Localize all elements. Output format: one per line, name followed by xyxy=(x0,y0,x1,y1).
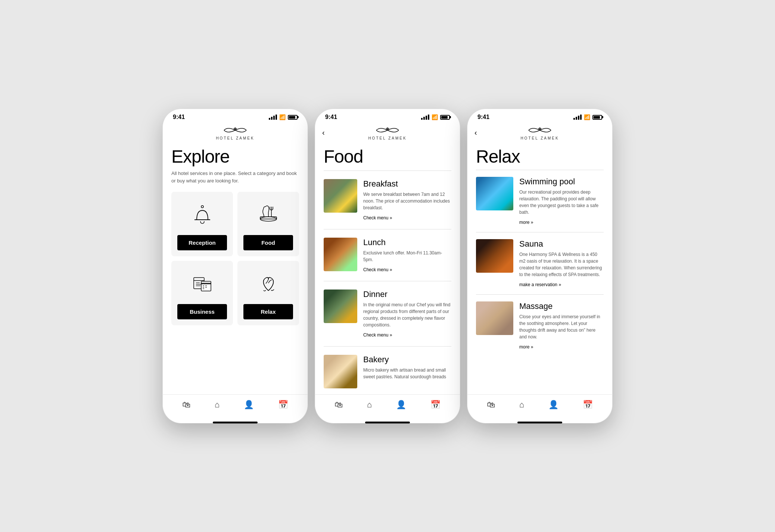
nav-calendar-1[interactable]: 📅 xyxy=(274,398,292,411)
sauna-image xyxy=(476,239,513,273)
home-bar-2 xyxy=(365,422,410,423)
status-icons-1: 📶 xyxy=(269,114,298,120)
page-title-3: Relax xyxy=(476,146,604,167)
hotel-name-1: HOTEL ZAMEK xyxy=(216,136,254,140)
relax-icon xyxy=(253,268,283,298)
bottom-nav-2: 🛍 ⌂ 👤 📅 xyxy=(315,394,460,419)
nav-user-1[interactable]: 👤 xyxy=(240,398,258,411)
phone-explore: 9:41 📶 HOTEL ZAMEK E xyxy=(162,109,308,423)
pool-title: Swimming pool xyxy=(519,177,604,187)
food-button[interactable]: Food xyxy=(243,235,293,250)
dinner-link[interactable]: Check menu xyxy=(363,332,392,338)
food-item-breakfast: Breakfast We serve breakfast between 7am… xyxy=(324,175,451,225)
svg-rect-10 xyxy=(201,281,211,291)
relax-item-pool: Swimming pool Our recreational pool prov… xyxy=(476,172,604,231)
nav-home-2[interactable]: ⌂ xyxy=(363,398,376,411)
header-2: ‹ HOTEL ZAMEK xyxy=(315,122,460,142)
food-icon xyxy=(253,199,283,229)
wifi-icon-1: 📶 xyxy=(279,114,286,120)
phone-content-1: Explore All hotel services in one place.… xyxy=(162,142,308,394)
bottom-nav-1: 🛍 ⌂ 👤 📅 xyxy=(162,394,308,419)
phone-food: 9:41 📶 ‹ HOTEL ZAMEK xyxy=(315,109,460,423)
explore-card-reception: Reception xyxy=(171,192,233,256)
business-button[interactable]: Business xyxy=(177,304,227,319)
bag-icon-1: 🛍 xyxy=(182,400,190,410)
relax-item-massage: Massage Close your eyes and immerse your… xyxy=(476,296,604,355)
lunch-image xyxy=(324,238,357,271)
hotel-name-3: HOTEL ZAMEK xyxy=(520,136,559,140)
relax-item-sauna: Sauna One Harmony SPA & Wellness is a 45… xyxy=(476,234,604,293)
nav-home-3[interactable]: ⌂ xyxy=(516,398,528,411)
nav-bag-3[interactable]: 🛍 xyxy=(483,398,499,411)
bottom-nav-3: 🛍 ⌂ 👤 📅 xyxy=(467,394,613,419)
lunch-link[interactable]: Check menu xyxy=(363,267,392,272)
nav-user-3[interactable]: 👤 xyxy=(545,398,562,411)
status-icons-2: 📶 xyxy=(421,114,450,120)
bell-icon xyxy=(187,199,217,229)
pool-desc: Our recreational pool provides deep rela… xyxy=(519,189,604,216)
home-bar-1 xyxy=(213,422,258,423)
massage-info: Massage Close your eyes and immerse your… xyxy=(519,301,604,350)
food-item-dinner: Dinner In the original menu of our Chef … xyxy=(324,285,451,342)
breakfast-title: Breakfast xyxy=(363,179,451,189)
dinner-desc: In the original menu of our Chef you wil… xyxy=(363,301,451,328)
page-subtitle-1: All hotel services in one place. Select … xyxy=(171,170,299,184)
explore-card-relax: Relax xyxy=(237,261,299,325)
nav-bag-2[interactable]: 🛍 xyxy=(331,398,346,411)
svg-rect-4 xyxy=(260,217,277,219)
massage-link[interactable]: more xyxy=(519,344,533,350)
phone-content-2: Food Breakfast We serve breakfast betwee… xyxy=(315,142,460,394)
bag-icon-2: 🛍 xyxy=(334,400,343,410)
status-bar-2: 9:41 📶 xyxy=(315,109,460,122)
massage-desc: Close your eyes and immerse yourself in … xyxy=(519,313,604,340)
dinner-image xyxy=(324,290,357,323)
breakfast-link[interactable]: Check menu xyxy=(363,215,392,220)
status-time-1: 9:41 xyxy=(173,114,185,121)
wifi-icon-3: 📶 xyxy=(584,114,590,120)
status-icons-3: 📶 xyxy=(573,114,602,120)
status-time-3: 9:41 xyxy=(477,114,489,121)
explore-grid: Reception xyxy=(171,192,299,325)
dinner-info: Dinner In the original menu of our Chef … xyxy=(363,290,451,338)
sauna-link[interactable]: make a reservation xyxy=(519,282,561,287)
pool-info: Swimming pool Our recreational pool prov… xyxy=(519,177,604,225)
home-icon-2: ⌂ xyxy=(367,400,372,410)
business-icon xyxy=(187,268,217,298)
header-3: ‹ HOTEL ZAMEK xyxy=(467,122,613,142)
hotel-logo-2: HOTEL ZAMEK xyxy=(368,125,407,140)
reception-button[interactable]: Reception xyxy=(177,235,227,250)
nav-bag-1[interactable]: 🛍 xyxy=(178,398,194,411)
nav-user-2[interactable]: 👤 xyxy=(392,398,410,411)
back-button-2[interactable]: ‹ xyxy=(322,128,325,137)
wifi-icon-2: 📶 xyxy=(432,114,438,120)
hotel-logo-3: HOTEL ZAMEK xyxy=(520,125,559,140)
svg-rect-11 xyxy=(201,283,211,284)
nav-calendar-3[interactable]: 📅 xyxy=(579,398,597,411)
sauna-info: Sauna One Harmony SPA & Wellness is a 45… xyxy=(519,239,604,288)
hotel-logo-1: HOTEL ZAMEK xyxy=(216,125,254,140)
phone-relax: 9:41 📶 ‹ HOTEL ZAMEK xyxy=(467,109,613,423)
relax-button[interactable]: Relax xyxy=(243,304,293,319)
bag-icon-3: 🛍 xyxy=(487,400,495,410)
sauna-desc: One Harmony SPA & Wellness is a 450 m2 o… xyxy=(519,251,604,278)
hotel-name-2: HOTEL ZAMEK xyxy=(368,136,407,140)
nav-calendar-2[interactable]: 📅 xyxy=(427,398,444,411)
lunch-desc: Exclusive lunch offer. Mon-Fri 11.30am-5… xyxy=(363,250,451,263)
food-item-lunch: Lunch Exclusive lunch offer. Mon-Fri 11.… xyxy=(324,233,451,277)
home-icon-3: ⌂ xyxy=(519,400,524,410)
back-button-3[interactable]: ‹ xyxy=(474,128,477,137)
explore-card-food: Food xyxy=(237,192,299,256)
svg-point-1 xyxy=(201,206,203,208)
pool-link[interactable]: more xyxy=(519,220,533,225)
phone-content-3: Relax Swimming pool Our recreational poo… xyxy=(467,142,613,394)
status-bar-3: 9:41 📶 xyxy=(467,109,613,122)
lunch-info: Lunch Exclusive lunch offer. Mon-Fri 11.… xyxy=(363,238,451,273)
calendar-icon-1: 📅 xyxy=(278,400,288,410)
phones-container: 9:41 📶 HOTEL ZAMEK E xyxy=(162,109,613,423)
nav-home-1[interactable]: ⌂ xyxy=(211,398,223,411)
battery-icon-3 xyxy=(592,115,602,120)
logo-svg-2 xyxy=(373,125,402,135)
status-time-2: 9:41 xyxy=(325,114,337,121)
signal-icon-1 xyxy=(269,115,277,120)
home-bar-3 xyxy=(517,422,562,423)
